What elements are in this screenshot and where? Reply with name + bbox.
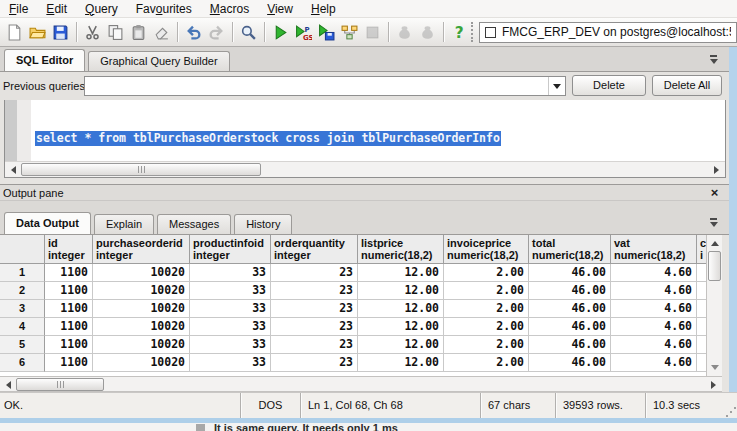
clear-window-button[interactable]: [150, 21, 173, 44]
grid-cell[interactable]: 23: [271, 318, 358, 336]
grid-cell[interactable]: 4.60: [611, 300, 697, 318]
grid-cell[interactable]: 33: [190, 318, 271, 336]
grid-cell[interactable]: 12.00: [358, 300, 444, 318]
resize-grip-icon[interactable]: [730, 411, 732, 413]
grid-cell[interactable]: 10020: [93, 282, 190, 300]
menu-item-view[interactable]: View: [258, 1, 302, 17]
grid-cell[interactable]: 1100: [45, 354, 93, 372]
menu-item-macros[interactable]: Macros: [201, 1, 258, 17]
execute-pgscript-button[interactable]: PGS: [292, 21, 315, 44]
grid-cell[interactable]: 46.00: [529, 336, 611, 354]
menu-item-file[interactable]: File: [0, 1, 37, 17]
column-header-invoiceprice[interactable]: invoicepricenumeric(18,2): [444, 235, 529, 264]
column-header-listprice[interactable]: listpricenumeric(18,2): [358, 235, 444, 264]
grid-cell[interactable]: 1100: [45, 300, 93, 318]
explain-query-button[interactable]: [338, 21, 361, 44]
scroll-up-icon[interactable]: [707, 235, 722, 251]
grid-cell-partial[interactable]: [697, 282, 706, 300]
grid-cell[interactable]: 10020: [93, 264, 190, 282]
grid-cell[interactable]: 33: [190, 264, 271, 282]
menu-item-favourites[interactable]: Favourites: [127, 1, 201, 17]
menu-item-query[interactable]: Query: [76, 1, 127, 17]
grid-cell[interactable]: 4.60: [611, 264, 697, 282]
grid-cell[interactable]: 23: [271, 282, 358, 300]
grid-cell[interactable]: 10020: [93, 336, 190, 354]
tab-overflow-icon[interactable]: [709, 55, 718, 64]
tab-graphical-query-builder[interactable]: Graphical Query Builder: [88, 51, 229, 71]
grid-cell[interactable]: 4.60: [611, 282, 697, 300]
grid-row-number[interactable]: 1: [0, 264, 45, 282]
grid-scroll-right-icon[interactable]: [706, 377, 722, 392]
scroll-right-icon[interactable]: [709, 162, 725, 177]
cut-button[interactable]: [81, 21, 104, 44]
grid-cell[interactable]: 2.00: [444, 300, 529, 318]
grid-cell[interactable]: 10020: [93, 318, 190, 336]
tab-data-output[interactable]: Data Output: [4, 212, 91, 234]
grid-cell[interactable]: 33: [190, 354, 271, 372]
help-button[interactable]: ?: [448, 21, 471, 44]
scroll-left-icon[interactable]: [5, 162, 21, 177]
grid-cell[interactable]: 1100: [45, 264, 93, 282]
grid-cell[interactable]: 23: [271, 354, 358, 372]
grid-cell[interactable]: 46.00: [529, 354, 611, 372]
grid-cell[interactable]: 12.00: [358, 336, 444, 354]
grid-cell[interactable]: 23: [271, 300, 358, 318]
grid-row-number[interactable]: 6: [0, 354, 45, 372]
grid-cell-partial[interactable]: [697, 318, 706, 336]
find-replace-button[interactable]: [237, 21, 260, 44]
open-file-button[interactable]: [26, 21, 49, 44]
grid-cell[interactable]: 23: [271, 336, 358, 354]
connection-selector[interactable]: FMCG_ERP_DEV on postgres@localhost:5432: [479, 22, 737, 43]
column-header-partial[interactable]: ci: [697, 235, 706, 264]
grid-cell[interactable]: 12.00: [358, 264, 444, 282]
tab-sql-editor[interactable]: SQL Editor: [4, 49, 85, 71]
grid-cell[interactable]: 2.00: [444, 318, 529, 336]
output-tab-overflow-icon[interactable]: [709, 218, 718, 227]
new-file-button[interactable]: [3, 21, 26, 44]
grid-cell[interactable]: 2.00: [444, 264, 529, 282]
grid-cell[interactable]: 33: [190, 300, 271, 318]
menu-item-edit[interactable]: Edit: [37, 1, 76, 17]
copy-button[interactable]: [104, 21, 127, 44]
column-header-id[interactable]: idinteger: [45, 235, 93, 264]
grid-cell[interactable]: 1100: [45, 318, 93, 336]
output-pane-close-icon[interactable]: [705, 186, 721, 200]
grid-cell[interactable]: 33: [190, 282, 271, 300]
grid-cell-partial[interactable]: [697, 336, 706, 354]
scroll-down-icon[interactable]: [707, 360, 722, 376]
grid-cell[interactable]: 46.00: [529, 318, 611, 336]
save-button[interactable]: [49, 21, 72, 44]
cancel-query-button[interactable]: [361, 21, 384, 44]
grid-vscrollbar[interactable]: [706, 235, 722, 376]
undo-button[interactable]: [182, 21, 205, 44]
editor-hscrollbar[interactable]: [5, 161, 725, 177]
grid-cell[interactable]: 10020: [93, 354, 190, 372]
grid-cell[interactable]: 2.00: [444, 282, 529, 300]
column-header-productinfoid[interactable]: productinfoidinteger: [190, 235, 271, 264]
grid-cell[interactable]: 4.60: [611, 318, 697, 336]
column-header-purchaseorderid[interactable]: purchaseorderidinteger: [93, 235, 190, 264]
grid-cell-partial[interactable]: [697, 354, 706, 372]
tab-explain[interactable]: Explain: [94, 214, 154, 234]
grid-cell[interactable]: 46.00: [529, 282, 611, 300]
grid-cell-partial[interactable]: [697, 300, 706, 318]
grid-cell[interactable]: 12.00: [358, 354, 444, 372]
column-header-total[interactable]: totalnumeric(18,2): [529, 235, 611, 264]
column-header-vat[interactable]: vatnumeric(18,2): [611, 235, 697, 264]
grid-cell[interactable]: 46.00: [529, 300, 611, 318]
grid-cell[interactable]: 1100: [45, 336, 93, 354]
sql-editor[interactable]: select * from tblPurchaseOrderstock cros…: [4, 100, 726, 178]
grid-cell[interactable]: 2.00: [444, 336, 529, 354]
delete-button[interactable]: Delete: [572, 75, 646, 96]
grid-vscrollbar-thumb[interactable]: [708, 251, 721, 281]
grid-cell[interactable]: 12.00: [358, 282, 444, 300]
grid-cell[interactable]: 46.00: [529, 264, 611, 282]
grid-cell[interactable]: 23: [271, 264, 358, 282]
commit-transaction-button[interactable]: [393, 21, 416, 44]
grid-row-number[interactable]: 4: [0, 318, 45, 336]
execute-to-file-button[interactable]: [315, 21, 338, 44]
combo-dropdown-icon[interactable]: [548, 77, 565, 95]
grid-scroll-left-icon[interactable]: [0, 377, 16, 392]
grid-row-number[interactable]: 3: [0, 300, 45, 318]
grid-row-number[interactable]: 5: [0, 336, 45, 354]
